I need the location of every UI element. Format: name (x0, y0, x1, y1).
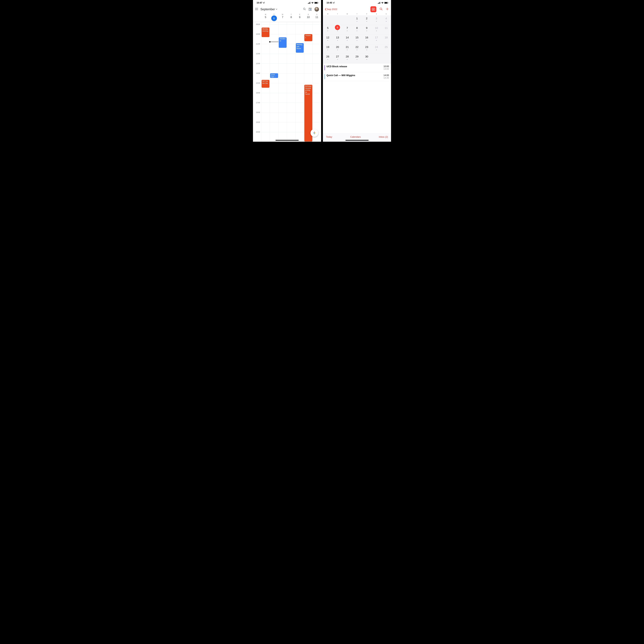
avatar[interactable] (314, 7, 319, 12)
time-label: 20:00 (256, 131, 260, 133)
month-grid[interactable]: 1234567891011121314151617181920212223242… (323, 16, 391, 63)
day-column[interactable]: Quick Call — (270, 22, 278, 142)
day-column[interactable] (287, 22, 295, 142)
month-day-cell[interactable]: 12 (323, 35, 333, 44)
month-day-cell[interactable]: 4 (381, 16, 391, 25)
month-dow: W (342, 13, 352, 15)
calendar-event[interactable]: Quick Call — (270, 73, 278, 78)
month-day-cell[interactable]: 29 (352, 54, 362, 63)
cell-signal-icon (308, 2, 311, 4)
day-header[interactable]: T6 (270, 13, 278, 22)
search-icon[interactable] (303, 8, 306, 11)
month-dow-header: MTWTFSS (323, 13, 391, 16)
day-header[interactable]: F9 (295, 13, 304, 22)
day-header[interactable]: M5 (261, 13, 270, 22)
month-day-cell[interactable]: 27 (333, 54, 342, 63)
month-day-cell[interactable]: 10 (372, 25, 381, 35)
google-calendar-screen: 10:47 Septembe (253, 0, 321, 142)
day-header[interactable]: S10 (304, 13, 312, 22)
month-day-cell[interactable]: 19 (323, 44, 333, 54)
svg-rect-0 (308, 3, 308, 4)
month-dow: S (372, 13, 381, 15)
month-day-cell[interactable]: 6 (333, 25, 342, 35)
back-button[interactable]: Sep 2022 (325, 8, 337, 11)
month-day-cell[interactable]: 8 (352, 25, 362, 35)
day-column[interactable]: CleanersBirthday/Housewarming for Farrel… (304, 22, 312, 142)
month-day-cell[interactable]: 20 (333, 44, 342, 54)
time-label: 19:00 (256, 121, 260, 123)
inbox-button[interactable]: Inbox (2) (379, 136, 388, 138)
svg-rect-21 (385, 2, 387, 3)
calendars-button[interactable]: Calendars (350, 136, 361, 138)
month-day-cell[interactable]: 13 (333, 35, 342, 44)
time-label: 15:00 (256, 82, 260, 84)
svg-rect-19 (380, 2, 380, 4)
day-header[interactable]: T8 (287, 13, 295, 22)
agenda-item-times: 14:0014:30 (383, 74, 389, 79)
month-day-cell[interactable]: 25 (381, 44, 391, 54)
month-label: September (260, 8, 275, 11)
add-event-fab[interactable] (311, 129, 318, 137)
month-day-cell[interactable]: 2 (362, 16, 372, 25)
agenda-item[interactable]: UCD Block release10:0013:00 (323, 63, 391, 72)
month-day-cell[interactable]: 15 (352, 35, 362, 44)
time-label: 09:00 (256, 23, 260, 25)
home-indicator[interactable] (276, 140, 299, 141)
menu-icon[interactable] (255, 8, 258, 11)
month-day-cell[interactable]: 23 (362, 44, 372, 54)
month-day-cell (381, 54, 391, 63)
week-header[interactable]: M5T6W7T8F9S10S11 (253, 13, 321, 22)
month-day-cell[interactable]: 7 (342, 25, 352, 35)
month-day-cell[interactable]: 14 (342, 35, 352, 44)
time-label: 14:00 (256, 72, 260, 74)
day-header[interactable]: W7 (278, 13, 287, 22)
month-day-cell[interactable]: 9 (362, 25, 372, 35)
month-day-cell[interactable]: 18 (381, 35, 391, 44)
month-day-cell (333, 16, 342, 25)
fcal-header: Sep 2022 (323, 6, 391, 13)
day-column[interactable]: Monday morningNCT for the Clio (261, 22, 270, 142)
month-day-cell[interactable]: 17 (372, 35, 381, 44)
day-column[interactable]: Meeting with Martin (295, 22, 304, 142)
add-event-button[interactable] (385, 7, 389, 11)
month-day-cell[interactable]: 24 (372, 44, 381, 54)
month-dow: F (362, 13, 372, 15)
day-column[interactable]: Obedience (278, 22, 287, 142)
calendar-event[interactable]: Obedience (279, 37, 287, 48)
back-label: Sep 2022 (327, 8, 337, 11)
agenda-item-title: Quick Call — Will Wiggins (327, 74, 382, 77)
today-button[interactable]: Today (326, 136, 332, 138)
svg-line-11 (305, 9, 306, 10)
calendar-event[interactable]: NCT for the Clio (262, 80, 269, 88)
agenda-item-times: 10:0013:00 (383, 65, 389, 70)
agenda-list[interactable]: UCD Block release10:0013:00Quick Call — … (323, 63, 391, 81)
month-dow: M (323, 13, 333, 15)
month-day-cell[interactable]: 11 (381, 25, 391, 35)
home-indicator[interactable] (345, 140, 369, 141)
status-time: 10:47 (257, 2, 262, 4)
svg-line-28 (382, 9, 382, 10)
day-grid[interactable]: 09:0010:0011:0012:0013:0014:0015:0016:00… (253, 22, 321, 142)
month-day-cell[interactable]: 30 (362, 54, 372, 63)
month-day-cell[interactable]: 1 (352, 16, 362, 25)
month-day-cell[interactable]: 3 (372, 16, 381, 25)
list-view-button[interactable] (370, 6, 376, 12)
day-column[interactable] (313, 22, 321, 142)
agenda-item[interactable]: Quick Call — Will Wiggins14:0014:30 (323, 72, 391, 81)
calendar-event[interactable]: Monday morning (262, 28, 269, 37)
month-dropdown[interactable]: September (259, 8, 302, 11)
search-icon[interactable] (379, 7, 383, 11)
month-day-cell[interactable]: 26 (323, 54, 333, 63)
month-day-cell[interactable]: 28 (342, 54, 352, 63)
month-day-cell[interactable]: 16 (362, 35, 372, 44)
calendar-event[interactable]: Cleaners (304, 34, 312, 41)
month-day-cell[interactable]: 22 (352, 44, 362, 54)
month-day-cell[interactable]: 21 (342, 44, 352, 54)
svg-point-10 (303, 8, 305, 10)
svg-rect-22 (388, 2, 388, 3)
calendar-event[interactable]: Meeting with Martin (296, 43, 304, 53)
month-day-cell[interactable]: 5 (323, 25, 333, 35)
status-indicators (308, 2, 318, 4)
day-header[interactable]: S11 (313, 13, 321, 22)
today-icon[interactable] (309, 8, 312, 11)
